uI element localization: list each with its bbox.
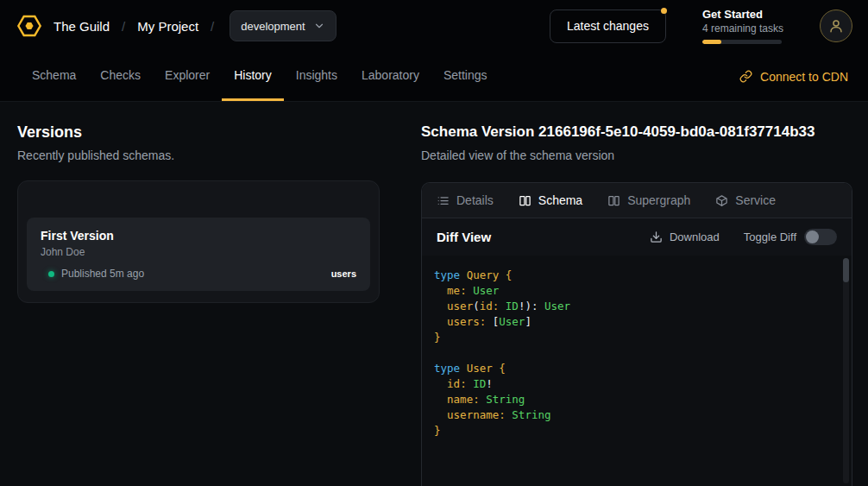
- version-detail-panel: Details Schema Supergraph: [421, 182, 852, 486]
- tab-schema[interactable]: Schema: [20, 52, 88, 101]
- cube-icon: [715, 194, 728, 207]
- diff-view-title: Diff View: [437, 230, 491, 244]
- main-content: Versions Recently published schemas. Fir…: [0, 102, 868, 486]
- tab-details-label: Details: [456, 193, 494, 207]
- schema-code-viewer: type Query { me: User user(id: ID!): Use…: [422, 256, 852, 486]
- connect-to-cdn-link[interactable]: Connect to CDN: [739, 52, 848, 101]
- get-started-title: Get Started: [702, 8, 783, 21]
- tab-schema-view-label: Schema: [538, 193, 582, 207]
- list-icon: [437, 194, 450, 207]
- tab-settings[interactable]: Settings: [431, 52, 500, 101]
- version-name: First Version: [41, 229, 356, 243]
- toggle-diff-switch[interactable]: [804, 229, 837, 245]
- notification-dot: [661, 8, 667, 14]
- scrollbar[interactable]: [843, 258, 849, 483]
- target-select[interactable]: development: [230, 10, 336, 41]
- diff-view-header: Diff View Download Toggle Diff: [422, 218, 852, 256]
- header: The Guild / My Project / development Lat…: [0, 0, 868, 52]
- tab-checks[interactable]: Checks: [88, 52, 153, 101]
- main-nav: Schema Checks Explorer History Insights …: [0, 52, 868, 102]
- link-icon: [739, 70, 752, 83]
- columns-icon: [519, 194, 531, 207]
- cdn-link-label: Connect to CDN: [760, 70, 848, 84]
- columns-icon: [607, 194, 620, 207]
- version-meta: Published 5m ago users: [41, 268, 356, 280]
- latest-changes-label: Latest changes: [567, 19, 649, 33]
- version-list-item[interactable]: First Version John Doe Published 5m ago …: [27, 218, 370, 291]
- avatar[interactable]: [820, 9, 852, 42]
- scrollbar-thumb[interactable]: [843, 258, 849, 282]
- versions-title: Versions: [17, 123, 380, 142]
- toggle-diff-label: Toggle Diff: [744, 230, 796, 243]
- get-started[interactable]: Get Started 4 remaining tasks: [702, 8, 783, 44]
- tab-supergraph-label: Supergraph: [627, 193, 690, 207]
- latest-changes-button[interactable]: Latest changes: [550, 9, 666, 43]
- toggle-knob: [806, 230, 819, 243]
- breadcrumb-separator: /: [122, 19, 125, 34]
- download-label: Download: [670, 230, 720, 243]
- hive-logo-icon[interactable]: [16, 12, 43, 40]
- user-icon: [828, 18, 844, 34]
- versions-subtitle: Recently published schemas.: [17, 148, 380, 163]
- target-select-value: development: [241, 20, 305, 33]
- version-detail-section: Schema Version 2166196f-5e10-4059-bd0a-0…: [400, 102, 868, 486]
- tab-details[interactable]: Details: [437, 193, 494, 207]
- diff-actions: Download Toggle Diff: [650, 229, 837, 245]
- breadcrumb-project[interactable]: My Project: [137, 19, 198, 34]
- tab-schema-view[interactable]: Schema: [519, 193, 582, 207]
- app-root: The Guild / My Project / development Lat…: [0, 0, 868, 486]
- get-started-progress: [702, 40, 782, 44]
- download-button[interactable]: Download: [650, 230, 720, 243]
- download-icon: [650, 230, 663, 243]
- tab-insights[interactable]: Insights: [284, 52, 349, 101]
- code-block: type Query { me: User user(id: ID!): Use…: [434, 268, 834, 439]
- breadcrumb-separator: /: [211, 19, 214, 34]
- tab-service[interactable]: Service: [715, 193, 776, 207]
- breadcrumb: The Guild / My Project / development: [53, 10, 337, 41]
- chevron-down-icon: [313, 20, 325, 32]
- get-started-progress-fill: [702, 40, 721, 44]
- version-view-tabs: Details Schema Supergraph: [422, 183, 852, 218]
- versions-section: Versions Recently published schemas. Fir…: [0, 102, 400, 486]
- breadcrumb-org[interactable]: The Guild: [53, 19, 110, 34]
- service-badge: users: [331, 268, 356, 279]
- tab-laboratory[interactable]: Laboratory: [349, 52, 431, 101]
- tab-supergraph[interactable]: Supergraph: [607, 193, 690, 207]
- version-status: Published 5m ago: [61, 268, 144, 280]
- header-right: Latest changes Get Started 4 remaining t…: [550, 8, 852, 44]
- version-detail-title: Schema Version 2166196f-5e10-4059-bd0a-0…: [421, 123, 852, 142]
- version-author: John Doe: [41, 246, 356, 258]
- tab-explorer[interactable]: Explorer: [153, 52, 222, 101]
- get-started-subtitle: 4 remaining tasks: [702, 22, 783, 35]
- tab-service-label: Service: [735, 193, 776, 207]
- versions-card: First Version John Doe Published 5m ago …: [17, 180, 380, 303]
- tab-history[interactable]: History: [222, 52, 284, 101]
- version-detail-subtitle: Detailed view of the schema version: [421, 148, 852, 163]
- published-status-dot: [48, 271, 54, 277]
